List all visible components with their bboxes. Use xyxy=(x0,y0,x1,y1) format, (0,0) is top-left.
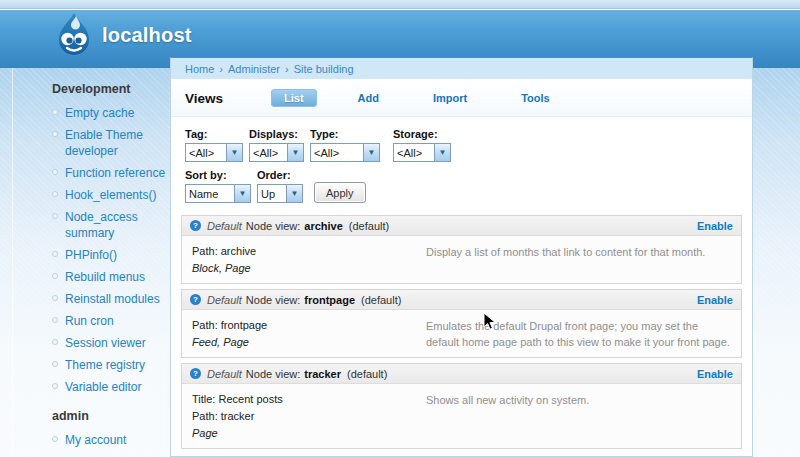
displays-select[interactable]: <All> ▼ xyxy=(249,143,304,162)
tab-add[interactable]: Add xyxy=(345,89,392,107)
bullet-icon xyxy=(52,339,58,345)
bullet-icon xyxy=(52,295,58,301)
order-select[interactable]: Up ▼ xyxy=(257,184,303,203)
mouse-cursor xyxy=(483,312,496,331)
browser-top-strip xyxy=(0,0,800,9)
view-row-body: Path: archive Block, Page Display a list… xyxy=(182,236,741,283)
bullet-icon xyxy=(52,273,58,279)
help-icon[interactable]: ? xyxy=(190,294,201,305)
tabs-bar: Views List Add Import Tools xyxy=(171,79,752,117)
view-path: Path: tracker xyxy=(192,408,426,425)
sidebar-item-run-cron[interactable]: Run cron xyxy=(52,313,174,329)
sidebar-item-theme-registry[interactable]: Theme registry xyxy=(52,357,174,373)
filter-displays: Displays: <All> ▼ xyxy=(249,128,304,162)
sidebar: Development Empty cache Enable Theme dev… xyxy=(52,82,174,457)
filter-type: Type: <All> ▼ xyxy=(310,128,380,162)
sidebar-item-reinstall-modules[interactable]: Reinstall modules xyxy=(52,291,174,307)
filter-storage: Storage: <All> ▼ xyxy=(393,128,451,162)
sidebar-item-variable-editor[interactable]: Variable editor xyxy=(52,379,174,395)
sidebar-menu-development: Empty cache Enable Theme developer Funct… xyxy=(52,105,174,395)
dropdown-arrow-icon: ▼ xyxy=(363,144,379,161)
bullet-icon xyxy=(52,169,58,175)
type-select[interactable]: <All> ▼ xyxy=(310,143,380,162)
view-row-header: ? Default Node view: archive (default) E… xyxy=(182,216,741,236)
bullet-icon xyxy=(52,383,58,389)
filter-tag-label: Tag: xyxy=(185,128,243,140)
bullet-icon xyxy=(52,213,58,219)
help-icon[interactable]: ? xyxy=(190,220,201,231)
view-description: Emulates the default Drupal front page; … xyxy=(426,317,731,351)
dropdown-arrow-icon: ▼ xyxy=(286,185,302,202)
breadcrumb-site-building[interactable]: Site building xyxy=(294,63,354,75)
main-content: Home › Administer › Site building Views … xyxy=(170,57,753,457)
dropdown-arrow-icon: ▼ xyxy=(226,144,242,161)
view-row-frontpage: ? Default Node view: frontpage (default)… xyxy=(181,289,742,358)
breadcrumb-administer[interactable]: Administer xyxy=(228,63,280,75)
sidebar-item-session-viewer[interactable]: Session viewer xyxy=(52,335,174,351)
filter-sort: Sort by: Name ▼ xyxy=(185,169,251,203)
enable-link[interactable]: Enable xyxy=(697,368,733,380)
view-description: Display a list of months that link to co… xyxy=(426,243,731,277)
sidebar-section-title: admin xyxy=(52,409,174,423)
breadcrumb-separator: › xyxy=(219,63,223,75)
drupal-logo-icon xyxy=(54,12,94,58)
view-title: Title: Recent posts xyxy=(192,391,426,408)
bullet-icon xyxy=(52,191,58,197)
sidebar-item-empty-cache[interactable]: Empty cache xyxy=(52,105,174,121)
views-list: ? Default Node view: archive (default) E… xyxy=(171,213,752,449)
view-row-archive: ? Default Node view: archive (default) E… xyxy=(181,215,742,284)
tab-list[interactable]: List xyxy=(271,89,317,107)
breadcrumb-separator: › xyxy=(285,63,289,75)
tag-select[interactable]: <All> ▼ xyxy=(185,143,243,162)
help-icon[interactable]: ? xyxy=(190,368,201,379)
sidebar-item-enable-theme-developer[interactable]: Enable Theme developer xyxy=(52,127,174,159)
view-path: Path: frontpage xyxy=(192,317,426,334)
bullet-icon xyxy=(52,109,58,115)
filter-storage-label: Storage: xyxy=(393,128,451,140)
view-row-body: Title: Recent posts Path: tracker Page S… xyxy=(182,384,741,448)
filter-type-label: Type: xyxy=(310,128,380,140)
sidebar-item-phpinfo[interactable]: PHPinfo() xyxy=(52,247,174,263)
sidebar-item-rebuild-menus[interactable]: Rebuild menus xyxy=(52,269,174,285)
tab-tools[interactable]: Tools xyxy=(508,89,563,107)
page-title: Views xyxy=(185,91,223,106)
dropdown-arrow-icon: ▼ xyxy=(287,144,303,161)
view-displays: Block, Page xyxy=(192,260,426,277)
sidebar-item-function-reference[interactable]: Function reference xyxy=(52,165,174,181)
storage-select[interactable]: <All> ▼ xyxy=(393,143,451,162)
bullet-icon xyxy=(52,436,58,442)
bullet-icon xyxy=(52,131,58,137)
sidebar-item-node-access-summary[interactable]: Node_access summary xyxy=(52,209,174,241)
view-row-tracker: ? Default Node view: tracker (default) E… xyxy=(181,363,742,449)
bullet-icon xyxy=(52,317,58,323)
bullet-icon xyxy=(52,251,58,257)
dropdown-arrow-icon: ▼ xyxy=(434,144,450,161)
filter-order-label: Order: xyxy=(257,169,303,181)
filter-sort-label: Sort by: xyxy=(185,169,251,181)
bullet-icon xyxy=(52,361,58,367)
view-row-body: Path: frontpage Feed, Page Emulates the … xyxy=(182,310,741,357)
view-description: Shows all new activity on system. xyxy=(426,391,731,442)
enable-link[interactable]: Enable xyxy=(697,294,733,306)
sidebar-item-hook-elements[interactable]: Hook_elements() xyxy=(52,187,174,203)
dropdown-arrow-icon: ▼ xyxy=(234,185,250,202)
breadcrumb-home[interactable]: Home xyxy=(185,63,214,75)
site-name-link[interactable]: localhost xyxy=(102,24,192,47)
sidebar-menu-admin: My account ▷Create content ▽Administer ▷… xyxy=(52,432,174,457)
view-displays: Page xyxy=(192,425,426,442)
apply-button[interactable]: Apply xyxy=(314,182,366,203)
sidebar-item-my-account[interactable]: My account xyxy=(52,432,174,448)
filter-order: Order: Up ▼ xyxy=(257,169,303,203)
view-displays: Feed, Page xyxy=(192,334,426,351)
view-path: Path: archive xyxy=(192,243,426,260)
tab-import[interactable]: Import xyxy=(420,89,480,107)
sidebar-section-title: Development xyxy=(52,82,174,96)
breadcrumb: Home › Administer › Site building xyxy=(171,58,752,79)
enable-link[interactable]: Enable xyxy=(697,220,733,232)
filter-tag: Tag: <All> ▼ xyxy=(185,128,243,162)
view-row-header: ? Default Node view: frontpage (default)… xyxy=(182,290,741,310)
sort-select[interactable]: Name ▼ xyxy=(185,184,251,203)
view-row-header: ? Default Node view: tracker (default) E… xyxy=(182,364,741,384)
filters: Tag: <All> ▼ Displays: <All> ▼ Type: <Al… xyxy=(171,117,752,213)
filter-displays-label: Displays: xyxy=(249,128,304,140)
